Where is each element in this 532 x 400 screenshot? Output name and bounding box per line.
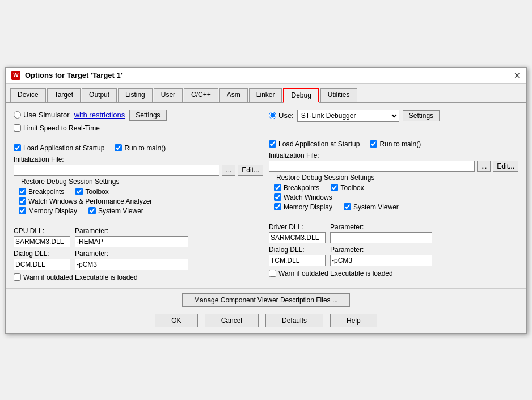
driver-param-col: Parameter: [330,223,432,243]
limit-speed-row: Limit Speed to Real-Time [14,124,263,132]
load-app-label-left[interactable]: Load Application at Startup [14,144,104,152]
two-col-layout: Use Simulator with restrictions Settings… [14,110,518,281]
cpu-dll-input[interactable] [14,236,70,247]
dialog-dll-col-right: Dialog DLL: [269,246,326,266]
watch-windows-label-left[interactable]: Watch Windows & Performance Analyzer [19,197,152,205]
driver-dll-input[interactable] [269,232,326,243]
left-settings-button[interactable]: Settings [129,110,166,121]
memory-display-checkbox-right[interactable] [274,203,281,210]
toolbox-label-left[interactable]: Toolbox [75,188,108,196]
breakpoints-label-right[interactable]: Breakpoints [274,184,319,192]
driver-dll-col: Driver DLL: [269,223,326,243]
run-to-main-label-right[interactable]: Run to main() [370,140,421,148]
warn-label-right[interactable]: Warn if outdated Executable is loaded [269,270,393,277]
warn-row-left: Warn if outdated Executable is loaded [14,273,263,281]
init-file-section-right: Initialization File: ... Edit... [269,151,518,172]
dialog-dll-row-right: Dialog DLL: Parameter: [269,246,518,266]
load-app-checkbox-right[interactable] [269,140,276,148]
cpu-dll-label: CPU DLL: [14,227,70,235]
dialog-param-col-left: Parameter: [75,250,188,270]
limit-speed-checkbox[interactable] [14,124,21,132]
dialog-param-col-right: Parameter: [330,246,432,266]
init-file-edit-right[interactable]: Edit... [493,161,518,172]
dialog-dll-row-left: Dialog DLL: Parameter: [14,250,263,270]
dialog-param-label-left: Parameter: [75,250,188,258]
init-file-label-left: Initialization File: [14,155,263,163]
cancel-button[interactable]: Cancel [205,314,259,327]
init-file-dots-left[interactable]: ... [222,165,235,176]
dialog-dll-input-right[interactable] [269,255,326,266]
breakpoints-checkbox-right[interactable] [274,184,281,191]
cpu-param-input[interactable] [75,236,188,247]
close-button[interactable]: ✕ [514,71,521,80]
dialog-dll-label-left: Dialog DLL: [14,250,70,258]
warn-checkbox-left[interactable] [14,273,21,281]
restore-group-right: Restore Debug Session Settings Breakpoin… [269,178,518,216]
init-file-dots-right[interactable]: ... [477,161,491,172]
tab-listing[interactable]: Listing [118,88,153,103]
tab-user[interactable]: User [154,88,183,103]
cpu-dll-col: CPU DLL: [14,227,70,247]
tab-linker[interactable]: Linker [249,88,282,103]
tab-utilities[interactable]: Utilities [320,88,357,103]
init-file-edit-left[interactable]: Edit... [238,165,263,176]
driver-param-input[interactable] [330,232,432,243]
watch-windows-checkbox-left[interactable] [19,197,26,205]
tab-cpp[interactable]: C/C++ [184,88,218,103]
footer-buttons: OK Cancel Defaults Help [6,310,526,333]
breakpoints-label-left[interactable]: Breakpoints [19,188,64,196]
tab-output[interactable]: Output [82,88,117,103]
watch-windows-label-right[interactable]: Watch Windows [274,193,332,201]
init-file-input-left[interactable] [14,165,219,176]
memory-display-label-left[interactable]: Memory Display [19,207,77,215]
use-debugger-radio-label[interactable]: Use: [269,111,294,120]
right-settings-button[interactable]: Settings [403,110,440,121]
warn-checkbox-right[interactable] [269,270,276,277]
run-to-main-checkbox-right[interactable] [370,140,377,148]
toolbox-checkbox-right[interactable] [331,184,338,191]
use-simulator-radio[interactable] [14,111,21,119]
run-to-main-checkbox-left[interactable] [115,144,122,151]
init-file-input-right[interactable] [269,161,475,172]
system-viewer-label-right[interactable]: System Viewer [344,203,399,211]
use-simulator-label[interactable]: Use Simulator [14,111,70,119]
options-dialog: W Options for Target 'Target 1' ✕ Device… [5,67,527,334]
use-debugger-radio[interactable] [269,112,276,119]
watch-windows-checkbox-right[interactable] [274,193,281,201]
system-viewer-label-left[interactable]: System Viewer [88,207,143,215]
dialog-dll-input-left[interactable] [14,259,70,270]
tab-device[interactable]: Device [10,88,46,103]
warn-row-right: Warn if outdated Executable is loaded [269,270,518,277]
dialog-param-input-right[interactable] [330,255,432,266]
system-viewer-checkbox-right[interactable] [344,203,351,210]
manage-btn[interactable]: Manage Component Viewer Description File… [182,293,350,307]
toolbox-checkbox-left[interactable] [75,188,83,195]
tab-asm[interactable]: Asm [219,88,248,103]
warn-label-left[interactable]: Warn if outdated Executable is loaded [14,273,138,281]
memory-display-checkbox-left[interactable] [19,207,26,214]
main-content: Use Simulator with restrictions Settings… [6,103,526,288]
run-to-main-label-left[interactable]: Run to main() [115,144,166,152]
dialog-param-input-left[interactable] [75,259,188,270]
system-viewer-checkbox-left[interactable] [88,207,96,214]
ok-button[interactable]: OK [155,314,197,327]
defaults-button[interactable]: Defaults [265,314,323,327]
with-restrictions-link[interactable]: with restrictions [74,111,125,119]
restore-row2-left: Watch Windows & Performance Analyzer [19,197,258,205]
debugger-select[interactable]: ST-Link Debugger [297,110,399,122]
breakpoints-checkbox-left[interactable] [19,188,26,195]
load-app-label-right[interactable]: Load Application at Startup [269,140,360,148]
restore-group-content-right: Breakpoints Toolbox Watch Windows [274,184,513,211]
dll-section-left: CPU DLL: Parameter: Dialog DLL: [14,227,263,270]
toolbox-label-right[interactable]: Toolbox [331,184,364,192]
limit-speed-label[interactable]: Limit Speed to Real-Time [14,124,100,132]
driver-param-label: Parameter: [330,223,432,231]
memory-display-label-right[interactable]: Memory Display [274,203,332,211]
tab-target[interactable]: Target [47,88,81,103]
init-file-row-left: ... Edit... [14,165,263,176]
init-file-row-right: ... Edit... [269,161,518,172]
help-button[interactable]: Help [330,314,377,327]
tab-debug[interactable]: Debug [283,88,319,103]
load-app-checkbox-left[interactable] [14,144,21,151]
restore-group-content-left: Breakpoints Toolbox Watch Windows & Perf… [19,188,258,215]
